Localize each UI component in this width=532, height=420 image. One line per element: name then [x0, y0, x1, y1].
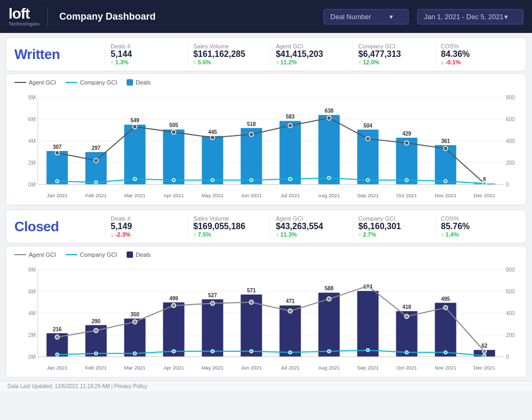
svg-text:Oct 2021: Oct 2021 — [396, 192, 417, 198]
svg-point-138 — [444, 351, 447, 354]
svg-text:400: 400 — [506, 310, 515, 316]
svg-rect-112 — [435, 303, 456, 357]
written-company-block: Company GCI $6,477,313 ↑ 12.0% — [353, 43, 435, 65]
svg-point-121 — [250, 300, 254, 305]
svg-text:361: 361 — [441, 138, 450, 144]
svg-rect-108 — [357, 291, 378, 357]
svg-text:505: 505 — [169, 122, 178, 128]
closed-sales-change: ↑ 7.5% — [193, 231, 264, 238]
closed-chart-area: Agent GCI Company GCI Deals 0M02M2004M40… — [5, 246, 527, 377]
svg-text:571: 571 — [247, 288, 256, 293]
svg-point-58 — [328, 177, 331, 180]
closed-company-change: ↑ 2.7% — [359, 231, 430, 238]
svg-text:Mar 2021: Mar 2021 — [124, 192, 145, 198]
closed-sales-label: Sales Volume — [193, 215, 264, 222]
written-cos-block: COS% 84.36% ↓ -0.1% — [435, 43, 518, 65]
closed-legend-agent: Agent GCI — [14, 251, 56, 258]
svg-text:549: 549 — [130, 117, 139, 123]
page-title: Company Dashboard — [60, 11, 315, 22]
svg-text:638: 638 — [325, 108, 334, 114]
written-deals-value: 5,144 — [111, 49, 182, 59]
svg-text:527: 527 — [208, 292, 217, 298]
svg-point-117 — [94, 329, 98, 333]
written-sales-value: $161,162,285 — [193, 49, 264, 59]
svg-point-47 — [366, 137, 370, 141]
svg-rect-98 — [163, 303, 184, 357]
written-summary-card: Written Deals # 5,144 ↑ 1.3% Sales Volum… — [5, 37, 527, 71]
written-company-value: $6,477,313 — [359, 49, 430, 59]
svg-rect-27 — [279, 121, 301, 184]
footer-text: Data Last Updated: 12/6/2021 11:18:29 AM… — [7, 383, 147, 389]
svg-text:600: 600 — [506, 116, 515, 122]
svg-point-136 — [367, 349, 370, 352]
svg-text:583: 583 — [286, 114, 295, 120]
written-agent-label: Agent GCI — [276, 43, 347, 49]
svg-text:216: 216 — [53, 326, 62, 332]
svg-point-46 — [327, 116, 331, 120]
svg-text:Mar 2021: Mar 2021 — [124, 365, 145, 371]
written-agent-block: Agent GCI $41,415,203 ↑ 11.2% — [270, 43, 352, 65]
svg-text:6M: 6M — [28, 116, 36, 122]
written-deals-change: ↑ 1.3% — [111, 59, 182, 65]
svg-point-120 — [211, 301, 215, 306]
svg-point-125 — [405, 314, 409, 318]
svg-point-116 — [55, 335, 60, 339]
date-range-dropdown[interactable]: Jan 1, 2021 - Dec 5, 2021 ▾ — [417, 9, 523, 24]
closed-deals-block: Deals # 5,149 ↓ -2.3% — [105, 215, 187, 238]
svg-text:0M: 0M — [28, 182, 36, 188]
svg-text:0: 0 — [506, 182, 509, 188]
written-stats: Deals # 5,144 ↑ 1.3% Sales Volume $161,1… — [105, 43, 518, 65]
svg-text:4M: 4M — [28, 310, 36, 316]
svg-text:200: 200 — [506, 160, 515, 166]
written-legend: Agent GCI Company GCI Deals — [14, 79, 518, 86]
svg-point-61 — [444, 180, 447, 183]
svg-point-56 — [250, 179, 253, 182]
written-chart-area: Agent GCI Company GCI Deals 0M02M2004M40… — [5, 73, 527, 205]
closed-legend-company: Company GCI — [65, 251, 117, 258]
svg-text:Jun 2021: Jun 2021 — [241, 365, 262, 371]
svg-point-44 — [250, 132, 254, 137]
deal-number-dropdown[interactable]: Deal Number ▾ — [323, 9, 409, 24]
svg-point-119 — [172, 304, 176, 308]
written-cos-change: ↓ -0.1% — [441, 59, 512, 65]
written-sales-label: Sales Volume — [193, 43, 264, 49]
svg-rect-106 — [318, 292, 339, 357]
svg-rect-21 — [163, 129, 184, 184]
closed-sales-value: $169,055,186 — [193, 222, 264, 231]
svg-text:588: 588 — [325, 285, 334, 291]
svg-point-43 — [211, 136, 215, 140]
svg-point-129 — [95, 352, 98, 355]
written-company-change: ↑ 12.0% — [359, 59, 430, 65]
closed-stats: Deals # 5,149 ↓ -2.3% Sales Volume $169,… — [105, 215, 518, 238]
header: loft Technologies Company Dashboard Deal… — [0, 0, 532, 33]
svg-text:Sep 2021: Sep 2021 — [357, 365, 379, 371]
svg-text:307: 307 — [53, 144, 62, 150]
svg-text:Aug 2021: Aug 2021 — [318, 365, 340, 371]
chevron-down-icon: ▾ — [504, 13, 508, 21]
svg-text:600: 600 — [506, 289, 515, 295]
svg-point-59 — [367, 179, 370, 182]
closed-legend: Agent GCI Company GCI Deals — [14, 251, 518, 258]
closed-agent-value: $43,263,554 — [276, 222, 347, 231]
closed-company-label: Company GCI — [359, 215, 430, 222]
chevron-down-icon: ▾ — [389, 13, 393, 21]
svg-text:Dec 2021: Dec 2021 — [473, 365, 495, 371]
closed-cos-label: COS% — [441, 215, 512, 222]
svg-point-52 — [95, 181, 98, 184]
svg-point-132 — [211, 350, 214, 353]
svg-point-133 — [250, 350, 253, 353]
svg-text:2M: 2M — [28, 332, 36, 338]
svg-text:471: 471 — [286, 298, 295, 304]
svg-point-122 — [288, 309, 293, 313]
svg-text:800: 800 — [506, 95, 515, 100]
svg-point-57 — [289, 178, 292, 181]
svg-text:499: 499 — [169, 296, 178, 301]
svg-text:800: 800 — [506, 267, 515, 273]
svg-point-135 — [328, 350, 331, 353]
svg-point-49 — [444, 146, 448, 150]
svg-text:2M: 2M — [28, 160, 36, 166]
written-sales-change: ↑ 5.6% — [193, 59, 264, 65]
svg-text:0: 0 — [506, 354, 509, 360]
written-agent-value: $41,415,203 — [276, 49, 347, 59]
written-cos-value: 84.36% — [441, 49, 512, 59]
